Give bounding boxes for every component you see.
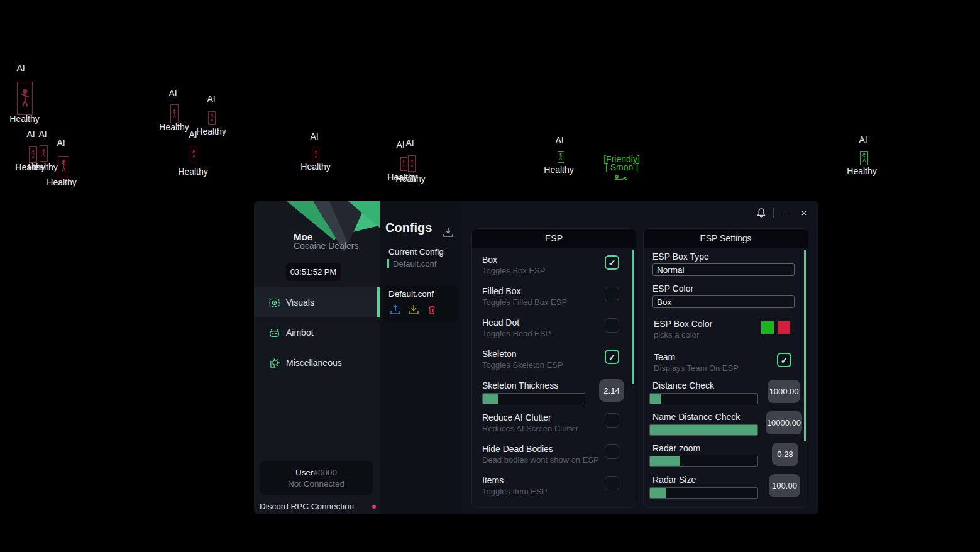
sidebar-item-visuals[interactable]: Visuals xyxy=(254,287,380,317)
brand-name: Moe xyxy=(294,232,359,241)
slider-row-radar-zoom: Radar zoom 0.28 xyxy=(644,438,808,473)
esp-enemy-box xyxy=(170,104,179,123)
field-label: ESP Color xyxy=(652,284,795,294)
items-checkbox[interactable] xyxy=(605,476,619,490)
esp-health-label: Healthy xyxy=(544,165,573,175)
sidebar-item-label: Aimbot xyxy=(286,328,314,338)
distance-check-slider[interactable] xyxy=(649,393,758,404)
minimize-button[interactable]: – xyxy=(779,206,792,219)
radar-zoom-slider[interactable] xyxy=(649,456,758,467)
radar-size-slider[interactable] xyxy=(649,487,758,499)
esp-friendly-box xyxy=(860,151,868,165)
slider-row-name-distance-check: Name Distance Check 10000.00 xyxy=(644,407,808,442)
delete-config-icon[interactable] xyxy=(426,304,438,315)
toggle-row-reduce-ai-clutter: Reduce AI Clutter Reduces AI Screen Clut… xyxy=(472,407,636,439)
field-label: ESP Box Type xyxy=(652,251,795,262)
toggle-title: Skeleton xyxy=(482,349,619,359)
sidebar-item-label: Miscellaneous xyxy=(286,358,342,368)
main-content: – × ESP Box Toggles Box ESP Filled Box T… xyxy=(461,201,818,514)
sidebar-item-miscellaneous[interactable]: Miscellaneous xyxy=(254,348,380,378)
robot-icon xyxy=(269,328,280,338)
slider-row-distance-check: Distance Check 1000.00 xyxy=(644,375,808,411)
esp-enemy-box xyxy=(17,82,33,115)
filled-box-checkbox[interactable] xyxy=(605,287,619,301)
slider-fill xyxy=(650,425,757,435)
sidebar-item-label: Visuals xyxy=(286,297,314,307)
esp-health-label: Healthy xyxy=(159,122,189,132)
radar-zoom-value: 0.28 xyxy=(772,443,798,466)
toggle-title: Hide Dead Bodies xyxy=(482,444,619,454)
close-button[interactable]: × xyxy=(798,206,810,219)
skeleton-checkbox[interactable] xyxy=(605,350,619,364)
toggle-desc: Toggles Box ESP xyxy=(482,266,619,275)
toggle-title: Head Dot xyxy=(482,317,619,328)
team-checkbox[interactable] xyxy=(777,353,791,367)
toggle-title: Filled Box xyxy=(482,286,619,296)
skeleton-thickness-slider[interactable] xyxy=(482,393,585,404)
esp-enemy-box xyxy=(190,146,197,162)
name-distance-check-value: 10000.00 xyxy=(766,411,802,434)
toggle-desc: Toggles Filled Box ESP xyxy=(482,297,619,307)
esp-health-label: Healthy xyxy=(847,166,876,176)
esp-ai-label: AI xyxy=(189,130,197,140)
hide-dead-bodies-checkbox[interactable] xyxy=(605,444,619,459)
slider-fill xyxy=(650,394,661,404)
color-swatch-red[interactable] xyxy=(778,321,790,334)
toggle-title: Team xyxy=(654,352,791,362)
esp-enemy-box xyxy=(400,157,407,171)
load-config-icon[interactable] xyxy=(390,304,401,315)
import-config-icon[interactable] xyxy=(443,227,454,238)
accent-bar xyxy=(387,259,389,268)
esp-box-type-field: ESP Box Type xyxy=(652,251,795,276)
reduce-ai-clutter-checkbox[interactable] xyxy=(605,413,619,428)
save-config-icon[interactable] xyxy=(408,304,419,315)
esp-color-field: ESP Color xyxy=(652,284,795,308)
toggle-desc: Displays Team On ESP xyxy=(654,363,791,373)
color-swatch-green[interactable] xyxy=(761,321,774,334)
toggle-desc: Toggles Skeleton ESP xyxy=(482,360,619,370)
esp-color-input[interactable] xyxy=(652,295,795,308)
toggle-title: Items xyxy=(482,475,619,485)
friendly-player-tag: [Friendly] [ Smon ] xyxy=(603,155,640,172)
esp-ai-label: AI xyxy=(555,135,563,145)
sidebar: Moe Cocaine Dealers 03:51:52 PM Visuals xyxy=(254,201,380,514)
esp-enemy-box xyxy=(312,148,319,162)
user-tag: #0000 xyxy=(313,468,337,477)
slider-fill xyxy=(483,394,498,404)
notifications-button[interactable] xyxy=(755,206,768,219)
user-card: User#0000 Not Connected xyxy=(260,461,373,495)
head-dot-checkbox[interactable] xyxy=(605,318,619,333)
esp-ai-label: AI xyxy=(16,63,25,73)
toggle-row-skeleton: Skeleton Toggles Skeleton ESP xyxy=(472,344,636,375)
sidebar-item-aimbot[interactable]: Aimbot xyxy=(254,317,380,348)
toggle-row-box: Box Toggles Box ESP xyxy=(472,250,636,281)
toggle-desc: Toggles Item ESP xyxy=(482,487,619,496)
config-list-item[interactable]: Default.conf xyxy=(383,285,458,322)
configs-panel: Configs Current Config Default.conf Defa… xyxy=(380,201,461,514)
configs-title: Configs xyxy=(385,221,432,235)
toggle-row-head-dot: Head Dot Toggles Head ESP xyxy=(472,312,636,344)
esp-ai-label: AI xyxy=(310,131,318,141)
esp-health-label: Healthy xyxy=(178,167,207,177)
discord-rpc-label: Discord RPC Connection xyxy=(260,502,354,511)
friendly-tag-line2: [ Smon ] xyxy=(603,163,640,172)
distance-check-value: 1000.00 xyxy=(768,380,800,403)
box-checkbox[interactable] xyxy=(605,255,619,270)
gear-file-icon xyxy=(269,358,280,368)
config-item-name: Default.conf xyxy=(388,289,434,299)
esp-health-label: Healthy xyxy=(47,177,76,187)
toggle-row-team: Team Displays Team On ESP xyxy=(644,347,808,378)
skeleton-thickness-value: 2.14 xyxy=(599,379,624,402)
radar-size-value: 100.00 xyxy=(769,474,800,497)
esp-health-label: Healthy xyxy=(300,162,330,172)
toggle-desc: Dead bodies wont show on ESP xyxy=(482,455,619,465)
eye-icon xyxy=(269,297,280,308)
toggle-row-items: Items Toggles Item ESP xyxy=(472,470,636,502)
status-dot xyxy=(372,505,376,509)
name-distance-check-slider[interactable] xyxy=(649,424,758,436)
toggle-row-filled-box: Filled Box Toggles Filled Box ESP xyxy=(472,281,636,312)
esp-ai-label: AI xyxy=(207,94,215,104)
esp-panel-title: ESP xyxy=(472,229,636,248)
esp-box-type-input[interactable] xyxy=(652,263,795,276)
esp-enemy-box xyxy=(408,155,416,172)
